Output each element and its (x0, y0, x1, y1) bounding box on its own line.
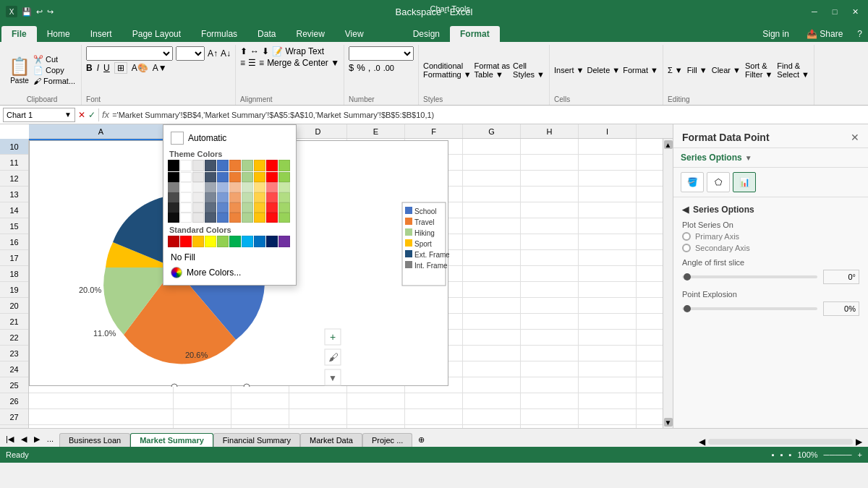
shade-3-0[interactable] (168, 202, 179, 213)
view-normal-button[interactable]: ▪ (772, 450, 775, 459)
std-color-8[interactable] (254, 236, 265, 247)
explosion-slider-track[interactable] (682, 307, 817, 310)
shade-3-7[interactable] (254, 202, 265, 213)
help-icon[interactable]: ? (851, 26, 868, 42)
format-button[interactable]: Format ▼ (623, 66, 658, 74)
shade-0-3[interactable] (205, 172, 216, 182)
shade-1-1[interactable] (180, 182, 192, 192)
shade-1-6[interactable] (242, 182, 253, 192)
paste-button[interactable]: 📋 Paste (9, 56, 30, 85)
font-family-select[interactable] (86, 46, 173, 61)
shade-4-0[interactable] (168, 213, 179, 223)
color-picker-dropdown[interactable]: Automatic Theme Colors Standard Colors (163, 124, 297, 286)
shade-2-3[interactable] (205, 192, 216, 202)
automatic-color-option[interactable]: Automatic (168, 129, 292, 147)
align-right-button[interactable]: ≡ (259, 58, 264, 68)
sheet-tab-market-data[interactable]: Market Data (300, 433, 362, 447)
shade-3-2[interactable] (192, 202, 204, 213)
format-panel-close-button[interactable]: ✕ (851, 132, 859, 143)
font-size-select[interactable] (176, 46, 205, 61)
insert-button[interactable]: Insert ▼ (554, 66, 584, 74)
scroll-down-button[interactable]: ▼ (664, 418, 673, 427)
sign-in-button[interactable]: Sign in (754, 26, 798, 42)
shade-1-0[interactable] (168, 182, 179, 192)
shade-2-7[interactable] (254, 192, 265, 202)
percent-button[interactable]: % (357, 62, 365, 73)
format-chart-icon-button[interactable]: 📊 (733, 172, 756, 192)
theme-color-5[interactable] (217, 160, 229, 171)
shade-4-6[interactable] (242, 213, 253, 223)
shade-1-4[interactable] (217, 182, 229, 192)
shade-0-6[interactable] (242, 172, 253, 182)
more-colors-option[interactable]: More Colors... (168, 265, 292, 281)
secondary-axis-option[interactable]: Secondary Axis (682, 242, 859, 254)
cell-h10[interactable] (521, 139, 579, 155)
italic-button[interactable]: I (97, 63, 99, 73)
sheet-tab-financial-summary[interactable]: Financial Summary (213, 433, 300, 447)
shade-4-9[interactable] (278, 213, 290, 223)
shade-2-8[interactable] (266, 192, 278, 202)
sheet-nav-next[interactable]: ▶ (31, 435, 43, 444)
no-fill-option[interactable]: No Fill (168, 250, 292, 265)
std-color-6[interactable] (229, 236, 241, 247)
shade-2-2[interactable] (192, 192, 204, 202)
std-color-2[interactable] (180, 236, 192, 247)
shade-1-5[interactable] (229, 182, 241, 192)
shade-4-2[interactable] (192, 213, 204, 223)
std-color-9[interactable] (266, 236, 278, 247)
zoom-in-button[interactable]: + (858, 450, 862, 459)
shade-0-2[interactable] (192, 172, 204, 182)
shade-4-1[interactable] (180, 213, 192, 223)
std-color-7[interactable] (242, 236, 253, 247)
theme-color-7[interactable] (242, 160, 253, 171)
shade-1-7[interactable] (254, 182, 265, 192)
font-color-button[interactable]: A▼ (153, 63, 167, 73)
underline-button[interactable]: U (103, 63, 110, 73)
shade-3-1[interactable] (180, 202, 192, 213)
fill-color-button[interactable]: A🎨 (132, 63, 148, 73)
shade-0-9[interactable] (278, 172, 290, 182)
theme-color-3[interactable] (192, 160, 204, 171)
shade-1-3[interactable] (205, 182, 216, 192)
view-page-layout-button[interactable]: ▪ (780, 450, 783, 459)
horizontal-scrollbar[interactable] (708, 439, 853, 445)
theme-color-8[interactable] (254, 160, 265, 171)
number-format-select[interactable] (349, 46, 414, 61)
theme-color-1[interactable] (168, 160, 179, 171)
std-color-1[interactable] (168, 236, 179, 247)
shade-3-4[interactable] (217, 202, 229, 213)
minimize-button[interactable]: ─ (807, 4, 822, 19)
wrap-text-button[interactable]: 📝 Wrap Text (272, 46, 324, 56)
tab-data[interactable]: Data (247, 26, 286, 42)
shade-0-5[interactable] (229, 172, 241, 182)
cell-i10[interactable] (579, 139, 637, 155)
fill-button[interactable]: Fill ▼ (687, 66, 707, 74)
comma-button[interactable]: , (368, 62, 371, 73)
copy-button[interactable]: 📄 Copy (33, 66, 75, 75)
std-color-10[interactable] (278, 236, 290, 247)
cell-styles-button[interactable]: CellStyles ▼ (513, 61, 545, 79)
shade-3-6[interactable] (242, 202, 253, 213)
increase-decimal-button[interactable]: .0 (373, 64, 380, 72)
shade-0-1[interactable] (180, 172, 192, 182)
tab-formulas[interactable]: Formulas (191, 26, 247, 42)
conditional-formatting-button[interactable]: ConditionalFormatting ▼ (423, 61, 472, 79)
merge-center-button[interactable]: Merge & Center ▼ (267, 58, 339, 68)
vertical-scrollbar[interactable]: ▲ ▼ (663, 139, 673, 428)
shade-2-4[interactable] (217, 192, 229, 202)
sort-filter-button[interactable]: Sort &Filter ▼ (745, 61, 773, 79)
shade-4-5[interactable] (229, 213, 241, 223)
format-fill-icon-button[interactable]: 🪣 (681, 172, 704, 192)
cut-button[interactable]: ✂️ Cut (33, 55, 75, 64)
shade-0-8[interactable] (266, 172, 278, 182)
align-top-button[interactable]: ⬆ (240, 46, 247, 56)
cancel-formula-button[interactable]: ✕ (78, 110, 85, 120)
bold-button[interactable]: B (86, 63, 93, 73)
align-center-button[interactable]: ☰ (248, 58, 256, 68)
series-options-label[interactable]: Series Options (681, 153, 742, 163)
sheet-nav-more[interactable]: ... (44, 435, 56, 443)
angle-slider-handle[interactable] (684, 273, 691, 281)
shade-4-8[interactable] (266, 213, 278, 223)
sheet-scroll-right[interactable]: ▶ (856, 437, 862, 447)
angle-slider-track[interactable] (682, 275, 817, 278)
